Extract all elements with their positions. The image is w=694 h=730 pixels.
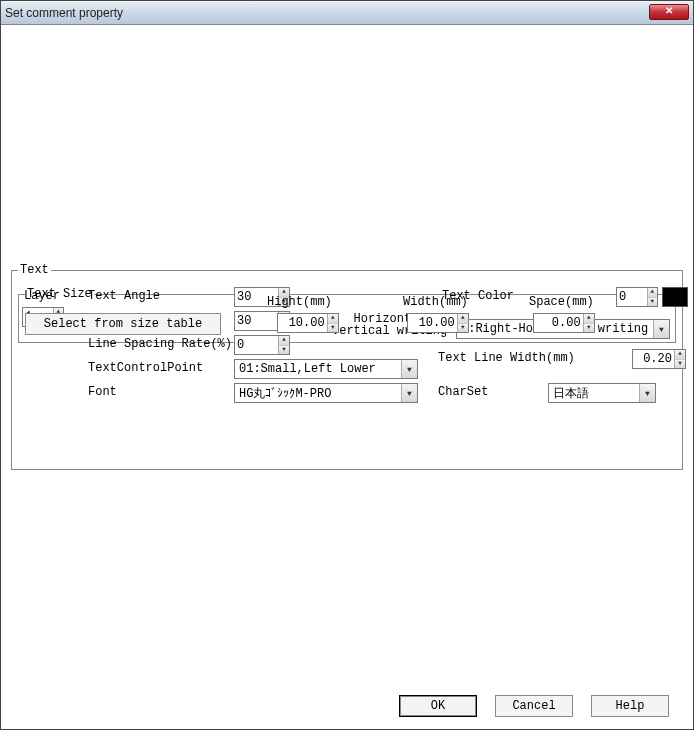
line-spacing-rate-input[interactable]	[235, 336, 278, 354]
hight-input[interactable]	[278, 314, 327, 332]
hight-spin-btns[interactable]: ▲▼	[327, 314, 338, 332]
charset-label: CharSet	[438, 385, 488, 399]
text-control-point-dropdown[interactable]: 01:Small,Left Lower ▼	[234, 359, 418, 379]
width-input[interactable]	[408, 314, 457, 332]
width-spinner[interactable]: ▲▼	[407, 313, 469, 333]
window-title: Set comment property	[5, 6, 689, 20]
text-line-width-label: Text Line Width(mm)	[438, 351, 575, 365]
text-control-point-value: 01:Small,Left Lower	[235, 362, 401, 376]
font-label: Font	[88, 385, 117, 399]
text-group-legend: Text	[18, 263, 51, 277]
titlebar: Set comment property ✕	[1, 1, 693, 25]
text-line-width-input[interactable]	[633, 350, 674, 368]
text-group: Text Layer ▲▼ Text Angle Text Slant Angl…	[11, 263, 683, 470]
text-angle-label: Text Angle	[88, 289, 160, 303]
text-line-width-spin-btns[interactable]: ▲▼	[674, 350, 685, 368]
space-label: Space(mm)	[529, 295, 594, 309]
dialog-window: Set comment property ✕ Text Layer ▲▼ Tex…	[0, 0, 694, 730]
text-line-width-spinner[interactable]: ▲▼	[632, 349, 686, 369]
select-size-table-button[interactable]: Select from size table	[25, 313, 221, 335]
layer-label: Layer	[24, 289, 60, 303]
dropdown-icon[interactable]: ▼	[639, 384, 655, 402]
space-input[interactable]	[534, 314, 583, 332]
line-spacing-rate-label: Line Spacing Rate(%)	[88, 337, 232, 351]
dropdown-icon[interactable]: ▼	[401, 384, 417, 402]
hight-spinner[interactable]: ▲▼	[277, 313, 339, 333]
font-value: HG丸ｺﾞｼｯｸM-PRO	[235, 385, 401, 402]
line-spacing-rate-spinner[interactable]: ▲▼	[234, 335, 290, 355]
line-spacing-rate-spin-btns[interactable]: ▲▼	[278, 336, 289, 354]
font-dropdown[interactable]: HG丸ｺﾞｼｯｸM-PRO ▼	[234, 383, 418, 403]
help-button[interactable]: Help	[591, 695, 669, 717]
content-area: Text Layer ▲▼ Text Angle Text Slant Angl…	[1, 25, 693, 729]
charset-dropdown[interactable]: 日本語 ▼	[548, 383, 656, 403]
charset-value: 日本語	[549, 385, 639, 402]
ok-button[interactable]: OK	[399, 695, 477, 717]
dialog-buttons: OK Cancel Help	[399, 695, 669, 717]
space-spin-btns[interactable]: ▲▼	[583, 314, 594, 332]
width-spin-btns[interactable]: ▲▼	[457, 314, 468, 332]
hight-label: Hight(mm)	[267, 295, 332, 309]
close-button[interactable]: ✕	[649, 4, 689, 20]
cancel-button[interactable]: Cancel	[495, 695, 573, 717]
text-control-point-label: TextControlPoint	[88, 361, 203, 375]
space-spinner[interactable]: ▲▼	[533, 313, 595, 333]
width-label: Width(mm)	[403, 295, 468, 309]
dropdown-icon[interactable]: ▼	[401, 360, 417, 378]
